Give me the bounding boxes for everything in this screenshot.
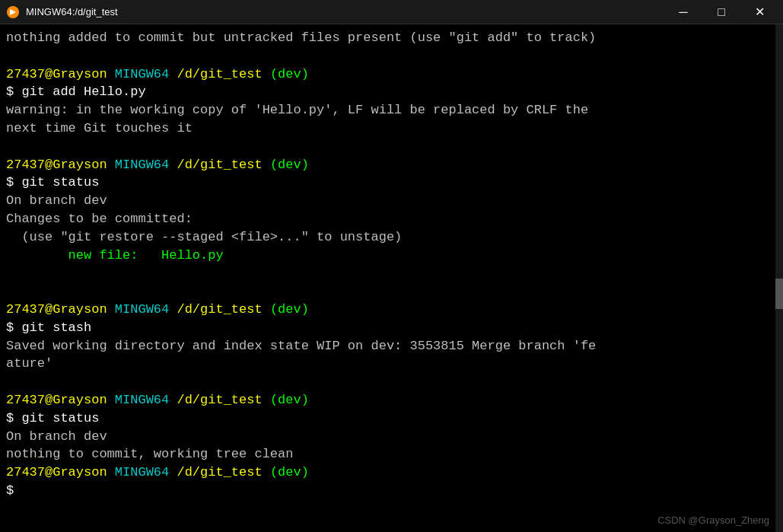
window-title: MINGW64:/d/git_test bbox=[26, 6, 118, 18]
terminal-window: MINGW64:/d/git_test ─ □ ✕ nothing added … bbox=[0, 0, 783, 532]
watermark: CSDN @Grayson_Zheng bbox=[657, 514, 769, 526]
empty-line-2 bbox=[6, 138, 777, 156]
stash-line-2: ature' bbox=[6, 355, 777, 373]
status2-line-2: nothing to commit, working tree clean bbox=[6, 445, 777, 464]
terminal-content[interactable]: nothing added to commit but untracked fi… bbox=[0, 24, 783, 532]
cmd-line-2: $ git status bbox=[6, 174, 777, 192]
minimize-button[interactable]: ─ bbox=[666, 0, 701, 24]
cmd-line-4: $ git status bbox=[6, 409, 777, 428]
warning-line-2: next time Git touches it bbox=[6, 119, 777, 138]
empty-line-5 bbox=[6, 373, 777, 391]
close-button[interactable]: ✕ bbox=[742, 0, 777, 24]
cmd-line-1: $ git add Hello.py bbox=[6, 83, 777, 101]
warning-line-1: warning: in the working copy of 'Hello.p… bbox=[6, 101, 777, 119]
title-bar: MINGW64:/d/git_test ─ □ ✕ bbox=[0, 0, 783, 24]
title-bar-left: MINGW64:/d/git_test bbox=[6, 5, 118, 19]
title-bar-controls: ─ □ ✕ bbox=[666, 0, 777, 24]
terminal-icon bbox=[6, 5, 20, 19]
cmd-line-5: $ bbox=[6, 482, 777, 500]
prompt-line-5: 27437@Grayson MINGW64 /d/git_test (dev) bbox=[6, 464, 777, 482]
prompt-line-2: 27437@Grayson MINGW64 /d/git_test (dev) bbox=[6, 156, 777, 174]
empty-line-4 bbox=[6, 282, 777, 301]
prompt-line-1: 27437@Grayson MINGW64 /d/git_test (dev) bbox=[6, 65, 777, 84]
status-line-2: Changes to be committed: bbox=[6, 210, 777, 228]
scrollbar-thumb[interactable] bbox=[775, 279, 783, 309]
empty-line-1 bbox=[6, 47, 777, 65]
status2-line-1: On branch dev bbox=[6, 428, 777, 446]
cmd-line-3: $ git stash bbox=[6, 319, 777, 337]
maximize-button[interactable]: □ bbox=[704, 0, 739, 24]
stash-line-1: Saved working directory and index state … bbox=[6, 337, 777, 355]
prompt-line-4: 27437@Grayson MINGW64 /d/git_test (dev) bbox=[6, 391, 777, 409]
output-line-1: nothing added to commit but untracked fi… bbox=[6, 29, 777, 47]
empty-line-3 bbox=[6, 264, 777, 282]
prompt-line-3: 27437@Grayson MINGW64 /d/git_test (dev) bbox=[6, 301, 777, 319]
status-line-1: On branch dev bbox=[6, 192, 777, 210]
new-file-line: new file: Hello.py bbox=[6, 247, 777, 265]
status-line-3: (use "git restore --staged <file>..." to… bbox=[6, 228, 777, 247]
scrollbar[interactable] bbox=[775, 24, 783, 532]
